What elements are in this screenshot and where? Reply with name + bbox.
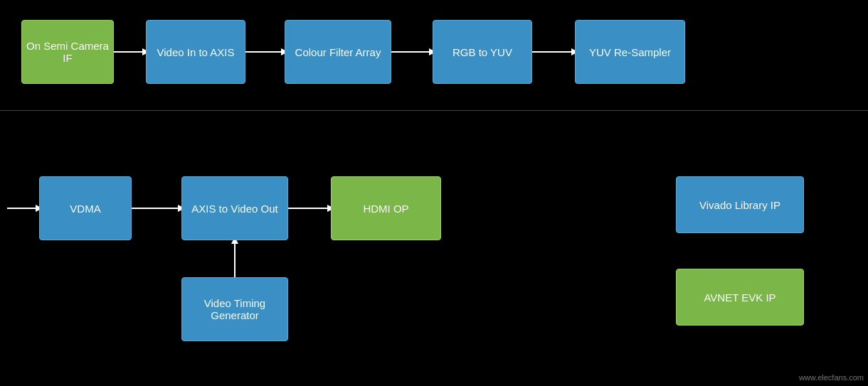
on-semi-block: On Semi Camera IF: [21, 20, 114, 84]
watermark: www.elecfans.com: [799, 373, 864, 382]
video-in-block: Video In to AXIS: [146, 20, 245, 84]
rgb-yuv-block: RGB to YUV: [433, 20, 532, 84]
vivado-lib-block: Vivado Library IP: [676, 176, 804, 233]
hdmi-op-block: HDMI OP: [331, 176, 441, 240]
yuv-resample-block: YUV Re-Sampler: [575, 20, 685, 84]
divider-line: [0, 110, 868, 111]
video-timing-block: Video Timing Generator: [181, 277, 288, 341]
colour-filter-block: Colour Filter Array: [285, 20, 391, 84]
avnet-evk-block: AVNET EVK IP: [676, 269, 804, 326]
block-diagram: On Semi Camera IF Video In to AXIS Colou…: [0, 0, 868, 386]
vdma-block: VDMA: [39, 176, 132, 240]
axis-video-out-block: AXIS to Video Out: [181, 176, 288, 240]
